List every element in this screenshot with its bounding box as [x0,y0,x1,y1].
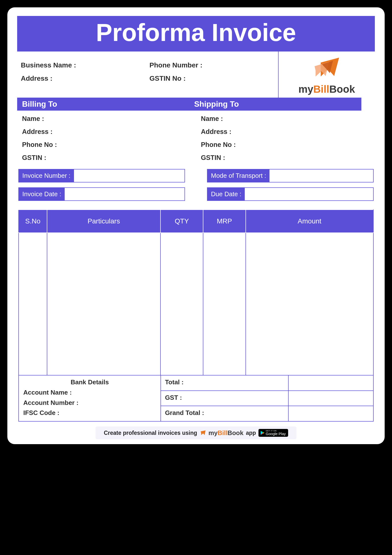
account-number-label: Account Number : [23,398,156,408]
billing-name-label: Name : [22,115,196,123]
due-date-label: Due Date : [208,188,245,200]
header-sno: S.No [19,210,47,233]
billing-to-heading: Billing To [17,98,189,111]
bank-details: Bank Details Account Name : Account Numb… [19,375,160,421]
google-play-icon [260,431,264,435]
total-value[interactable] [288,375,373,391]
billing-column: Name : Address : Phone No : GSTIN : [17,115,196,162]
phone-number-label: Phone Number : [149,61,278,69]
google-play-badge[interactable]: GET IT ON Google Play [258,429,288,437]
invoice-date-field[interactable]: Invoice Date : [18,187,185,201]
shipping-to-heading: Shipping To [189,98,362,111]
arrow-logo-icon [310,54,344,83]
header-particulars: Particulars [47,210,160,233]
shipping-address-label: Address : [201,128,375,136]
business-name-label: Business Name : [21,61,149,69]
invoice-number-field[interactable]: Invoice Number : [18,169,185,182]
invoice-number-value[interactable] [74,169,184,182]
shipping-phone-label: Phone No : [201,141,375,149]
bill-ship-header: Billing To Shipping To [17,98,361,111]
account-name-label: Account Name : [23,387,156,398]
logo-my: my [298,83,313,95]
business-col-right: Phone Number : GSTIN No : [149,59,278,90]
billing-address-label: Address : [22,128,196,136]
billing-phone-label: Phone No : [22,141,196,149]
billing-gstin-label: GSTIN : [22,154,196,162]
promo-logo-text: myBillBook [208,429,244,437]
title-bar: Proforma Invoice [17,16,375,52]
due-date-field[interactable]: Due Date : [207,187,374,201]
due-date-value[interactable] [245,188,373,200]
invoice-number-label: Invoice Number : [19,169,74,182]
gplay-big: Google Play [266,432,286,436]
meta-row-2: Invoice Date : Due Date : [17,187,375,201]
total-label: Total : [160,375,288,391]
ifsc-code-label: IFSC Code : [23,408,156,418]
items-table: S.No Particulars QTY MRP Amount [18,209,374,375]
cell-sno[interactable] [19,233,47,375]
logo-bill: Bill [313,83,329,95]
header-amount: Amount [246,210,373,233]
shipping-gstin-label: GSTIN : [201,154,375,162]
business-col-left: Business Name : Address : [21,59,149,90]
mode-transport-field[interactable]: Mode of Transport : [207,169,374,182]
promo-prefix: Create professional invoices using [104,430,197,436]
bill-ship-body: Name : Address : Phone No : GSTIN : Name… [17,111,375,164]
header-mrp: MRP [203,210,246,233]
promo-banner: Create professional invoices using myBil… [96,426,296,439]
logo-text: myBillBook [298,83,355,95]
promo-app: app [246,430,256,436]
bank-details-heading: Bank Details [23,378,156,386]
header-qty: QTY [160,210,203,233]
logo-box: myBillBook [278,52,375,98]
logo-book: Book [329,83,355,95]
gplay-text: GET IT ON Google Play [266,430,286,436]
mode-transport-label: Mode of Transport : [208,169,270,182]
items-table-wrap: S.No Particulars QTY MRP Amount [17,209,375,422]
invoice-date-value[interactable] [65,188,184,200]
shipping-name-label: Name : [201,115,375,123]
grand-total-label: Grand Total : [160,406,288,421]
grand-total-value[interactable] [288,406,373,421]
cell-amount[interactable] [246,233,373,375]
header-row: Business Name : Address : Phone Number :… [17,52,375,98]
arrow-logo-small-icon [200,430,206,436]
shipping-column: Name : Address : Phone No : GSTIN : [196,115,375,162]
meta-row-1: Invoice Number : Mode of Transport : [17,169,375,182]
footer-grid: Bank Details Account Name : Account Numb… [18,375,374,422]
business-info: Business Name : Address : Phone Number :… [17,52,278,98]
invoice-page: Proforma Invoice Business Name : Address… [7,7,385,444]
table-row [19,233,373,375]
gst-label: GST : [160,391,288,406]
business-address-label: Address : [21,75,149,82]
cell-particulars[interactable] [47,233,160,375]
gst-value[interactable] [288,391,373,406]
mode-transport-value[interactable] [270,169,373,182]
gstin-no-label: GSTIN No : [149,75,278,82]
invoice-date-label: Invoice Date : [19,188,65,200]
cell-qty[interactable] [160,233,203,375]
cell-mrp[interactable] [203,233,246,375]
